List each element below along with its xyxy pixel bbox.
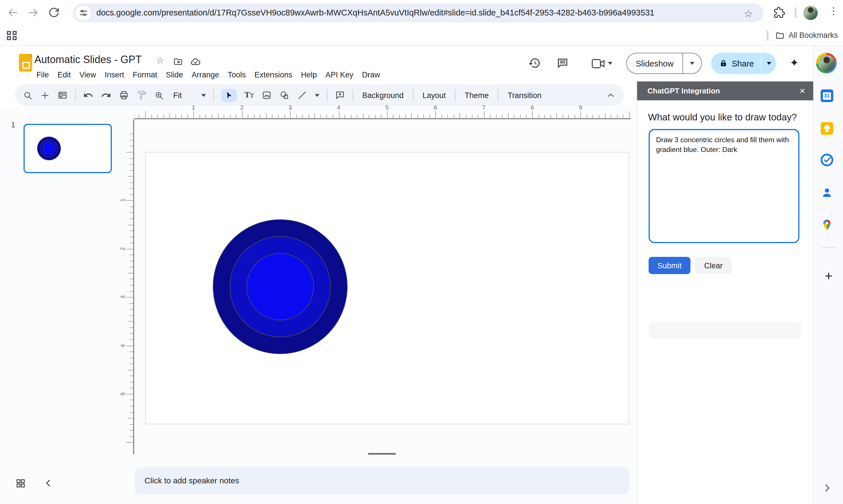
toolbar-separator (413, 89, 413, 101)
prompt-heading: What would you like to draw today? (648, 112, 797, 123)
select-tool-button[interactable] (221, 89, 237, 102)
comment-icon (556, 57, 569, 69)
close-icon[interactable]: × (800, 86, 805, 96)
insert-image-icon[interactable] (261, 90, 271, 100)
address-bar[interactable]: docs.google.com/presentation/d/17Rq7Gsse… (73, 3, 763, 22)
move-to-folder-button[interactable] (173, 57, 183, 67)
slide-circle-3[interactable] (43, 143, 55, 154)
slides-logo[interactable] (19, 54, 32, 72)
clear-button[interactable]: Clear (695, 257, 732, 274)
back-arrow-icon (6, 6, 19, 19)
all-bookmarks-label[interactable]: All Bookmarks (789, 26, 838, 45)
slide-circle-3[interactable] (247, 253, 314, 320)
tune-icon (79, 8, 87, 17)
comments-button[interactable] (556, 57, 569, 69)
browser-reload-button[interactable] (48, 6, 60, 19)
ruler-number: 4 (120, 342, 126, 349)
grid-view-button[interactable] (16, 478, 26, 488)
menu-api-key[interactable]: API Key (321, 68, 358, 82)
extensions-button[interactable] (774, 7, 785, 18)
browser-forward-button[interactable] (27, 6, 40, 19)
screen: docs.google.com/presentation/d/17Rq7Gsse… (0, 0, 843, 504)
slide-thumbnail[interactable] (23, 124, 112, 173)
ruler-number: 5 (120, 391, 126, 397)
share-dropdown[interactable] (761, 62, 776, 65)
contacts-icon[interactable] (821, 186, 833, 199)
menu-extensions[interactable]: Extensions (250, 68, 297, 82)
maps-icon[interactable] (821, 218, 833, 231)
chevron-down-icon (767, 62, 771, 65)
toolbar-separator (498, 89, 499, 101)
text-box-tool-icon[interactable]: TT (244, 89, 254, 101)
slide-canvas[interactable] (145, 152, 629, 424)
bookmark-star-icon[interactable]: ☆ (744, 7, 753, 20)
document-status-button[interactable] (191, 57, 201, 67)
main-toolbar: Fit TT Background Layout Theme Transitio… (15, 84, 624, 106)
insert-shape-icon[interactable] (279, 90, 289, 100)
undo-icon[interactable] (83, 90, 93, 100)
collapse-toolbar-icon[interactable] (606, 90, 616, 100)
ruler-number: 4 (337, 104, 340, 111)
search-icon[interactable] (23, 90, 33, 100)
avatar-photo (818, 55, 835, 71)
new-slide-layout-icon[interactable] (57, 90, 68, 100)
thumbnail-canvas (25, 125, 111, 172)
paint-format-icon[interactable] (137, 90, 147, 100)
rail-divider (821, 247, 836, 248)
tasks-icon[interactable] (821, 154, 833, 166)
redo-icon[interactable] (101, 90, 111, 100)
all-bookmarks-button[interactable] (775, 31, 785, 40)
add-comment-icon[interactable] (335, 90, 345, 100)
collapse-filmstrip-button[interactable] (43, 478, 53, 488)
print-icon[interactable] (119, 90, 129, 100)
show-side-panel-button[interactable] (822, 483, 832, 493)
slideshow-dropdown[interactable] (683, 62, 701, 65)
slideshow-button[interactable]: Slideshow (626, 53, 702, 74)
zoom-in-icon[interactable] (154, 90, 164, 100)
menu-arrange[interactable]: Arrange (187, 68, 223, 82)
site-settings-button[interactable] (76, 5, 91, 20)
menu-view[interactable]: View (75, 68, 100, 82)
extensions-puzzle-icon (774, 7, 785, 18)
lock-icon (719, 59, 728, 68)
get-add-ons-button[interactable]: + (814, 268, 843, 284)
menu-format[interactable]: Format (128, 68, 162, 82)
browser-toolbar: docs.google.com/presentation/d/17Rq7Gsse… (0, 0, 843, 26)
calendar-icon[interactable]: 31 (821, 89, 833, 102)
new-slide-plus-icon[interactable] (40, 90, 50, 100)
browser-back-button[interactable] (6, 6, 19, 19)
notes-resize-handle[interactable] (368, 453, 396, 454)
theme-button[interactable]: Theme (463, 91, 490, 100)
url-text[interactable]: docs.google.com/presentation/d/17Rq7Gsse… (96, 3, 654, 22)
line-tool-caret[interactable] (315, 94, 319, 96)
browser-menu-button[interactable]: ⋮ (829, 5, 838, 17)
account-avatar[interactable] (816, 53, 837, 73)
submit-button[interactable]: Submit (649, 257, 690, 274)
prompt-input[interactable]: Draw 3 concentric circles and fill them … (649, 129, 800, 243)
menu-edit[interactable]: Edit (53, 68, 75, 82)
transition-button[interactable]: Transition (506, 91, 543, 100)
menu-help[interactable]: Help (297, 68, 321, 82)
insert-line-icon[interactable] (297, 90, 307, 100)
menu-tools[interactable]: Tools (223, 68, 250, 82)
star-document-icon[interactable]: ☆ (156, 56, 164, 66)
document-title[interactable]: Automatic Slides - GPT (34, 53, 142, 67)
share-button[interactable]: Share (711, 53, 776, 74)
version-history-button[interactable] (528, 57, 541, 69)
menu-draw[interactable]: Draw (358, 68, 384, 82)
keep-icon[interactable] (821, 122, 833, 135)
menu-slide[interactable]: Slide (161, 68, 187, 82)
background-button[interactable]: Background (360, 91, 405, 100)
browser-profile-avatar[interactable] (803, 6, 818, 20)
meet-dropdown-caret[interactable] (608, 62, 612, 65)
menu-file[interactable]: File (32, 68, 53, 82)
speaker-notes[interactable]: Click to add speaker notes (135, 467, 629, 494)
gemini-button[interactable]: ✦ (790, 57, 799, 69)
meet-button[interactable] (591, 58, 606, 69)
zoom-select-label[interactable]: Fit (172, 91, 183, 100)
zoom-select-caret[interactable] (201, 94, 206, 96)
menu-insert[interactable]: Insert (100, 68, 128, 82)
ruler-number: 8 (531, 104, 534, 111)
layout-button[interactable]: Layout (421, 91, 448, 100)
apps-grid-button[interactable] (7, 31, 16, 40)
